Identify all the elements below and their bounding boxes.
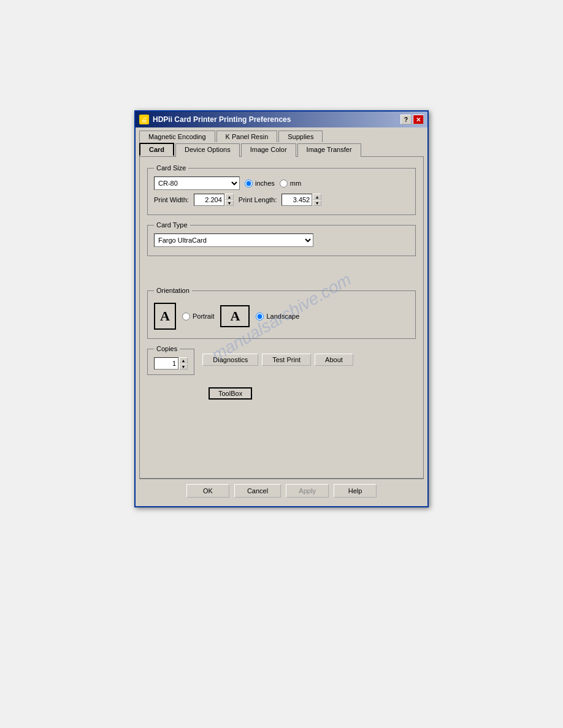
landscape-radio[interactable] [256,313,264,320]
test-print-button[interactable]: Test Print [262,354,311,366]
card-type-fieldset: Card Type Fargo UltraCard Fargo UltraCar… [147,221,416,256]
panel-content: manualsarchive.com Card Size CR-80 CR-79… [147,164,416,471]
print-dimensions-row: Print Width: ▲ ▼ Print Length: [154,194,409,206]
copies-up[interactable]: ▲ [179,357,188,363]
portrait-label: Portrait [193,313,214,320]
window-title: HDPii Card Printer Printing Preferences [153,115,291,124]
close-button[interactable]: ✕ [413,115,424,124]
tab-k-panel-resin[interactable]: K Panel Resin [216,131,278,142]
print-width-label: Print Width: [154,196,189,203]
diagnostics-button[interactable]: Diagnostics [202,354,258,366]
title-bar: 🖨 HDPii Card Printer Printing Preference… [136,112,427,127]
tab-panel-card: manualsarchive.com Card Size CR-80 CR-79… [139,156,424,479]
portrait-icon: A [154,303,176,330]
unit-inches-label: inches [255,180,275,187]
tab-image-color[interactable]: Image Color [241,143,296,157]
tab-device-options[interactable]: Device Options [175,143,240,157]
print-length-down[interactable]: ▼ [313,200,321,206]
about-button[interactable]: About [315,354,353,366]
ok-button[interactable]: OK [186,484,229,498]
tabs-upper-row: Magnetic Encoding K Panel Resin Supplies [139,130,424,142]
cancel-button[interactable]: Cancel [234,484,281,498]
copies-fieldset: Copies ▲ ▼ [147,345,194,375]
print-width-input[interactable] [194,194,224,206]
portrait-radio[interactable] [182,313,190,320]
card-size-row: CR-80 CR-79 CR-90 CR-100 inches mm [154,176,409,190]
print-length-label: Print Length: [239,196,277,203]
print-width-spin-buttons: ▲ ▼ [225,194,234,206]
copies-section: Copies ▲ ▼ Diagnostics Test Print Abou [147,345,416,381]
unit-inches-radio[interactable] [245,180,253,188]
toolbox-button[interactable]: ToolBox [209,387,252,400]
landscape-char: A [231,308,240,324]
dialog-footer: OK Cancel Apply Help [139,479,424,502]
card-size-fieldset: Card Size CR-80 CR-79 CR-90 CR-100 inche… [147,164,416,215]
toolbox-row: ToolBox [209,387,416,400]
unit-mm-label: mm [290,180,301,187]
unit-inches-group: inches [245,180,275,188]
copies-down[interactable]: ▼ [179,363,188,370]
tabs-container: Magnetic Encoding K Panel Resin Supplies… [136,127,427,156]
print-width-up[interactable]: ▲ [225,194,234,200]
tab-image-transfer[interactable]: Image Transfer [297,143,361,157]
spacer2 [147,275,416,287]
title-buttons: ? ✕ [400,115,424,124]
tabs-lower-row: Card Device Options Image Color Image Tr… [139,143,424,156]
print-length-up[interactable]: ▲ [313,194,321,200]
card-type-row: Fargo UltraCard Fargo UltraCard III [154,233,409,247]
landscape-radio-group: Landscape [256,313,299,320]
dialog-window: 🖨 HDPii Card Printer Printing Preference… [134,110,429,507]
help-title-button[interactable]: ? [400,115,412,124]
copies-spinbox: ▲ ▼ [154,357,188,370]
print-length-input[interactable] [282,194,312,206]
print-length-spinbox: ▲ ▼ [282,194,321,206]
action-buttons-row: Diagnostics Test Print About [202,354,353,366]
copies-legend: Copies [154,345,180,352]
portrait-radio-group: Portrait [182,313,214,320]
card-type-legend: Card Type [154,221,190,229]
orientation-fieldset: Orientation A Portrait A [147,287,416,339]
print-length-spin-buttons: ▲ ▼ [313,194,321,206]
copies-spin-buttons: ▲ ▼ [179,357,188,370]
card-type-select[interactable]: Fargo UltraCard Fargo UltraCard III [154,233,313,247]
landscape-icon: A [220,305,250,327]
spacer1 [147,262,416,275]
dialog-content: Magnetic Encoding K Panel Resin Supplies… [136,127,427,502]
portrait-char: A [160,308,170,324]
print-width-down[interactable]: ▼ [225,200,234,206]
print-width-spinbox: ▲ ▼ [194,194,234,206]
landscape-label: Landscape [266,313,299,320]
card-size-legend: Card Size [154,164,188,172]
tab-card[interactable]: Card [139,143,174,156]
tab-supplies[interactable]: Supplies [278,131,323,142]
unit-mm-radio[interactable] [280,180,288,188]
card-size-select[interactable]: CR-80 CR-79 CR-90 CR-100 [154,176,240,190]
unit-mm-group: mm [280,180,301,188]
help-footer-button[interactable]: Help [334,484,377,498]
orientation-icons-row: A Portrait A Landscape [154,303,409,330]
title-bar-left: 🖨 HDPii Card Printer Printing Preference… [139,115,291,124]
tab-magnetic-encoding[interactable]: Magnetic Encoding [139,131,215,142]
apply-button[interactable]: Apply [286,484,329,498]
copies-input[interactable] [154,357,178,370]
printer-icon: 🖨 [139,115,149,124]
orientation-legend: Orientation [154,287,192,294]
